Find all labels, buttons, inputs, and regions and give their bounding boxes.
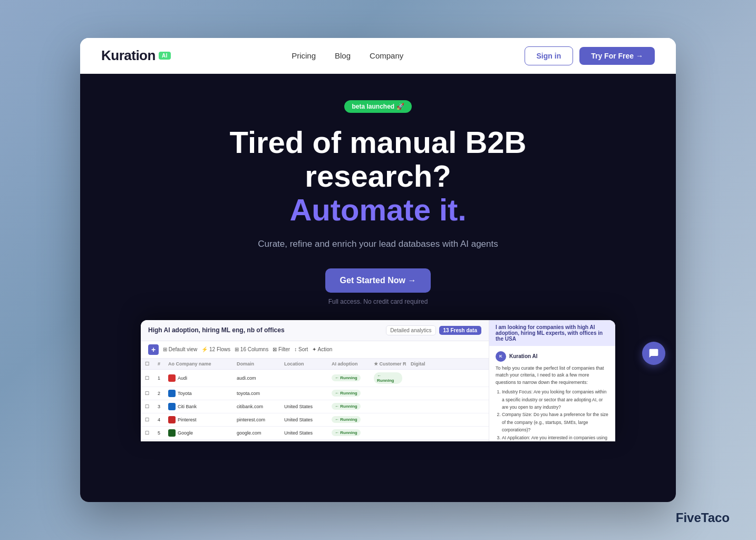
nav-links: Pricing Blog Company — [292, 51, 403, 60]
td-company: Spotify — [164, 440, 232, 441]
signin-button[interactable]: Sign in — [525, 46, 574, 65]
dashboard-preview: High AI adoption, hiring ML eng, nb of o… — [141, 320, 615, 441]
logo-text: Kuration — [101, 47, 156, 64]
th-domain: Domain — [232, 359, 280, 369]
credit-note: Full access. No credit card required — [328, 298, 428, 305]
td-check: ☐ — [141, 413, 153, 426]
td-review — [370, 413, 406, 426]
hero-title-line1: Tired of manual B2B — [230, 126, 527, 159]
td-location: United States — [280, 427, 327, 439]
td-company: Toyota — [164, 387, 232, 400]
table-row: ☐ 5 Google google.com United States ← Ru… — [141, 427, 489, 440]
td-num: 3 — [153, 400, 164, 413]
td-digital — [406, 440, 443, 441]
td-domain: citibank.com — [232, 400, 280, 413]
nav-link-blog[interactable]: Blog — [335, 51, 351, 60]
td-location: United States — [280, 400, 327, 413]
td-location — [280, 370, 327, 387]
table-panel: High AI adoption, hiring ML eng, nb of o… — [141, 320, 489, 441]
logo: Kuration AI — [101, 47, 171, 64]
table-header: High AI adoption, hiring ML eng, nb of o… — [141, 320, 489, 341]
td-ai: ← Running — [327, 370, 370, 387]
td-digital — [406, 370, 443, 387]
toolbar-flows[interactable]: ⚡ 12 Flows — [201, 346, 230, 352]
td-check: ☐ — [141, 387, 153, 400]
td-review — [370, 387, 406, 400]
td-digital — [406, 427, 443, 439]
company-icon — [168, 374, 176, 382]
td-num: 6 — [153, 440, 164, 441]
beta-badge: beta launched 🚀 — [344, 100, 411, 113]
td-review: ← Running — [370, 440, 406, 441]
td-check: ☐ — [141, 427, 153, 439]
chat-name: Kuration AI — [509, 353, 538, 359]
nav-right: Sign in Try For Free → — [525, 46, 655, 65]
hero-section: beta launched 🚀 Tired of manual B2B rese… — [80, 74, 676, 502]
td-domain: spotify.com — [232, 440, 280, 441]
toolbar-sort[interactable]: ↕ Sort — [294, 346, 308, 352]
td-review — [370, 427, 406, 439]
toolbar-action[interactable]: ✦ Action — [312, 346, 332, 352]
td-review — [370, 400, 406, 413]
chat-list: Industry Focus: Are you looking for comp… — [496, 388, 609, 441]
chat-list-item: Company Size: Do you have a preference f… — [502, 411, 609, 433]
chat-sender: K Kuration AI — [496, 351, 609, 362]
fivetaco-watermark: FiveTaco — [676, 510, 730, 525]
td-company: Google — [164, 427, 232, 439]
fetch-data-btn[interactable]: 13 Fresh data — [439, 326, 481, 335]
chat-list-item: Industry Focus: Are you looking for comp… — [502, 388, 609, 411]
chat-header: I am looking for companies with high AI … — [489, 320, 615, 346]
chat-message: To help you curate the perfect list of c… — [496, 365, 609, 387]
chat-messages: K Kuration AI To help you curate the per… — [489, 346, 615, 441]
td-check: ☐ — [141, 440, 153, 441]
table-row: ☐ 1 Audi audi.com ← Running ← Running — [141, 370, 489, 387]
td-company: Audi — [164, 370, 232, 387]
toolbar-default-view[interactable]: ⊞ Default view — [163, 346, 197, 352]
chat-avatar: K — [496, 351, 506, 362]
table-title: High AI adoption, hiring ML eng, nb of o… — [148, 326, 285, 334]
table-actions: Detailed analytics 13 Fresh data — [386, 325, 481, 335]
toolbar-columns[interactable]: ⊞ 16 Columns — [235, 346, 268, 352]
th-digital: Digital — [406, 359, 443, 369]
nav-link-pricing[interactable]: Pricing — [292, 51, 316, 60]
detailed-analytics-btn[interactable]: Detailed analytics — [386, 325, 435, 335]
cta-button[interactable]: Get Started Now → — [325, 268, 431, 293]
company-icon — [168, 403, 176, 410]
th-review: ★ Customer Review — [370, 359, 406, 369]
table-row: ☐ 4 Pinterest pinterest.com United State… — [141, 413, 489, 427]
company-icon — [168, 390, 176, 397]
td-ai: ← Running — [327, 387, 370, 400]
td-num: 5 — [153, 427, 164, 439]
td-num: 2 — [153, 387, 164, 400]
chat-fab-button[interactable] — [642, 342, 665, 365]
table-row: ☐ 2 Toyota toyota.com ← Running — [141, 387, 489, 400]
th-company: Ao Company name — [164, 359, 232, 369]
nav-logo-area: Kuration AI — [101, 47, 171, 64]
toolbar-filter[interactable]: ⊠ Filter — [273, 346, 290, 352]
company-icon — [168, 416, 176, 423]
table-toolbar: + ⊞ Default view ⚡ 12 Flows ⊞ 16 Columns… — [141, 341, 489, 359]
try-button[interactable]: Try For Free → — [579, 47, 655, 65]
td-num: 4 — [153, 413, 164, 426]
td-check: ☐ — [141, 370, 153, 387]
td-review: ← Running — [370, 370, 406, 387]
chat-list-item: AI Application: Are you interested in co… — [502, 434, 609, 441]
th-num: # — [153, 359, 164, 369]
logo-badge: AI — [159, 52, 171, 60]
th-location: Location — [280, 359, 327, 369]
td-ai: ← Running — [327, 427, 370, 439]
td-digital — [406, 400, 443, 413]
td-domain: audi.com — [232, 370, 280, 387]
table-grid: ☐ # Ao Company name Domain Location AI a… — [141, 359, 489, 441]
td-company: Citi Bank — [164, 400, 232, 413]
td-domain: toyota.com — [232, 387, 280, 400]
table-row: ☐ 6 Spotify spotify.com ← Running ← Runn… — [141, 440, 489, 441]
table-header-row: ☐ # Ao Company name Domain Location AI a… — [141, 359, 489, 370]
td-domain: google.com — [232, 427, 280, 439]
td-location: United States — [280, 413, 327, 426]
add-row-button[interactable]: + — [148, 344, 159, 355]
nav-link-company[interactable]: Company — [370, 51, 403, 60]
navbar: Kuration AI Pricing Blog Company Sign in… — [80, 38, 676, 74]
hero-title-line2: research? — [230, 159, 527, 193]
chat-icon — [648, 348, 659, 359]
